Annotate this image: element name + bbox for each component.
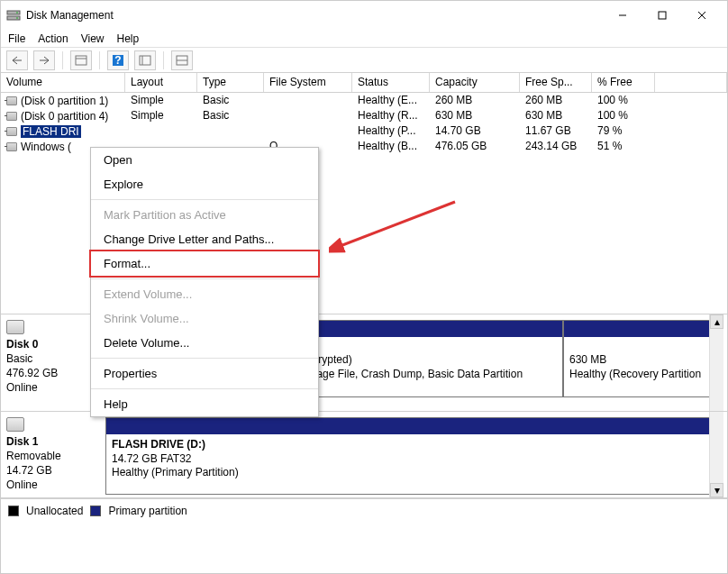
menubar: File Action View Help bbox=[1, 30, 727, 48]
scrollbar[interactable]: ▴ bbox=[709, 314, 723, 411]
legend-swatch-primary bbox=[90, 506, 101, 516]
partition-block[interactable]: 630 MBHealthy (Recovery Partition bbox=[563, 320, 722, 397]
menu-help[interactable]: Help bbox=[117, 32, 140, 45]
partition-block-selected[interactable]: FLASH DRIVE (D:) 14.72 GB FAT32 Healthy … bbox=[105, 417, 722, 495]
volume-list-header: Volume Layout Type File System Status Ca… bbox=[1, 73, 727, 93]
col-spacer bbox=[655, 73, 727, 92]
ctx-shrink: Shrink Volume... bbox=[91, 306, 318, 331]
volume-row[interactable]: (Disk 0 partition 1) Simple Basic Health… bbox=[1, 93, 727, 108]
ctx-mark-active: Mark Partition as Active bbox=[91, 203, 318, 227]
menu-view[interactable]: View bbox=[81, 32, 105, 45]
ctx-properties[interactable]: Properties bbox=[91, 361, 318, 386]
ctx-delete[interactable]: Delete Volume... bbox=[91, 331, 318, 355]
volume-icon bbox=[6, 112, 17, 121]
svg-rect-12 bbox=[140, 56, 150, 65]
toolbar: ? bbox=[1, 48, 727, 73]
legend: Unallocated Primary partition bbox=[1, 498, 727, 522]
ctx-change-letter[interactable]: Change Drive Letter and Paths... bbox=[91, 227, 318, 251]
scroll-down-icon[interactable]: ▾ bbox=[710, 483, 723, 497]
col-type[interactable]: Type bbox=[197, 73, 264, 92]
maximize-button[interactable] bbox=[642, 2, 682, 29]
svg-rect-8 bbox=[76, 56, 86, 65]
col-capacity[interactable]: Capacity bbox=[430, 73, 520, 92]
legend-swatch-unallocated bbox=[8, 506, 19, 516]
volume-icon bbox=[6, 96, 17, 105]
col-free[interactable]: Free Sp... bbox=[520, 73, 592, 92]
context-menu: Open Explore Mark Partition as Active Ch… bbox=[90, 147, 319, 417]
col-volume[interactable]: Volume bbox=[1, 73, 125, 92]
legend-label: Unallocated bbox=[26, 505, 83, 517]
ctx-format[interactable]: Format... bbox=[89, 250, 320, 278]
col-status[interactable]: Status bbox=[352, 73, 430, 92]
disk-icon bbox=[6, 417, 24, 432]
volume-row-selected[interactable]: FLASH DRI Healthy (P... 14.70 GB 11.67 G… bbox=[1, 123, 727, 139]
forward-button[interactable] bbox=[33, 50, 55, 70]
col-filesystem[interactable]: File System bbox=[264, 73, 352, 92]
window-title: Disk Management bbox=[26, 9, 603, 22]
scrollbar[interactable]: ▾ bbox=[709, 412, 723, 497]
tb-icon-1[interactable] bbox=[70, 50, 92, 70]
disk-row-1: Disk 1 Removable 14.72 GB Online FLASH D… bbox=[1, 412, 727, 498]
svg-point-2 bbox=[16, 12, 18, 14]
minimize-button[interactable] bbox=[603, 2, 642, 29]
tb-icon-3[interactable] bbox=[171, 50, 193, 70]
ctx-help[interactable]: Help bbox=[91, 392, 318, 416]
svg-line-16 bbox=[338, 202, 455, 247]
help-icon[interactable]: ? bbox=[107, 50, 129, 70]
volume-row[interactable]: (Disk 0 partition 4) Simple Basic Health… bbox=[1, 108, 727, 123]
partition-strip: FLASH DRIVE (D:) 14.72 GB FAT32 Healthy … bbox=[105, 417, 722, 497]
svg-rect-5 bbox=[659, 12, 666, 19]
menu-action[interactable]: Action bbox=[38, 32, 68, 45]
titlebar: Disk Management bbox=[1, 1, 727, 30]
window-controls bbox=[603, 2, 722, 29]
svg-point-3 bbox=[16, 17, 18, 19]
legend-label: Primary partition bbox=[108, 505, 187, 517]
ctx-open[interactable]: Open bbox=[91, 148, 318, 172]
scroll-up-icon[interactable]: ▴ bbox=[710, 314, 723, 329]
back-button[interactable] bbox=[6, 50, 28, 70]
svg-text:?: ? bbox=[114, 54, 121, 67]
disk-icon bbox=[6, 320, 24, 334]
close-button[interactable] bbox=[682, 2, 722, 29]
volume-icon bbox=[6, 127, 17, 136]
menu-file[interactable]: File bbox=[8, 32, 25, 45]
disk-info: Disk 1 Removable 14.72 GB Online bbox=[6, 417, 100, 497]
volume-icon bbox=[6, 142, 17, 151]
annotation-arrow bbox=[329, 193, 464, 265]
ctx-extend: Extend Volume... bbox=[91, 282, 318, 306]
col-pctfree[interactable]: % Free bbox=[592, 73, 655, 92]
ctx-explore[interactable]: Explore bbox=[91, 172, 318, 196]
col-layout[interactable]: Layout bbox=[125, 73, 197, 92]
app-icon bbox=[6, 8, 21, 23]
disk-info: Disk 0 Basic 476.92 GB Online bbox=[6, 320, 100, 411]
tb-icon-2[interactable] bbox=[134, 50, 156, 70]
